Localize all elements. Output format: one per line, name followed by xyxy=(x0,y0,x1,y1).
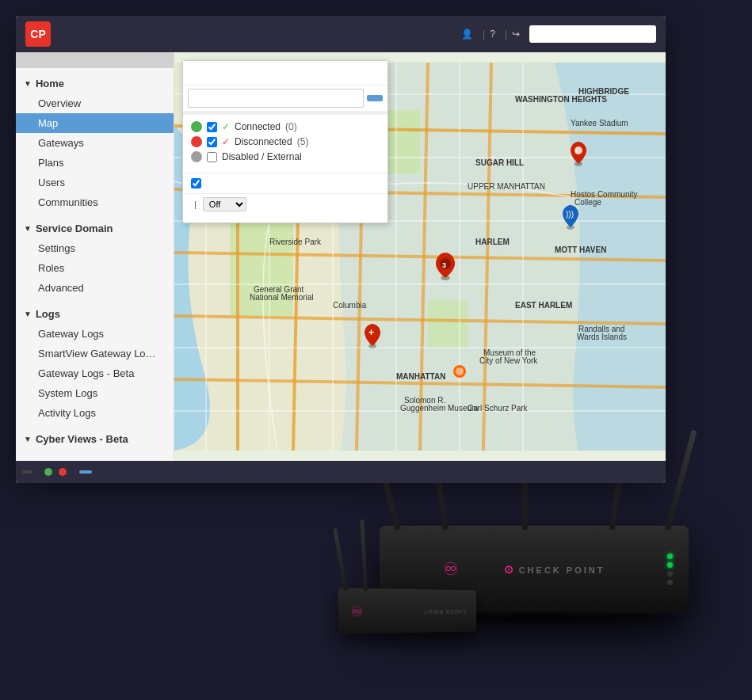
sidebar-item-activity-logs[interactable]: Activity Logs xyxy=(16,403,174,423)
gateways-status xyxy=(41,468,70,476)
sidebar-item-system-logs[interactable]: System Logs xyxy=(16,383,174,403)
logs-arrow-icon: ▼ xyxy=(24,310,32,318)
sidebar-item-gateways[interactable]: Gateways xyxy=(16,133,174,153)
go-button[interactable] xyxy=(367,95,383,101)
gateway-search-row xyxy=(183,86,387,112)
connected-dot xyxy=(191,121,202,132)
autofit-checkbox[interactable] xyxy=(191,178,201,188)
svg-text:+: + xyxy=(368,327,374,338)
sidebar-item-advanced[interactable]: Advanced xyxy=(16,278,174,298)
svg-text:MOTT HAVEN: MOTT HAVEN xyxy=(555,245,606,254)
refresh-row: | Off 1 min 5 min xyxy=(183,193,387,215)
sidebar-group-cyber-views: ▼ Cyber Views - Beta xyxy=(16,426,174,452)
separator1: | xyxy=(483,29,485,40)
sidebar-group-home: ▼ Home Overview Map Gateways Plans Users… xyxy=(16,70,174,215)
svg-text:SUGAR HILL: SUGAR HILL xyxy=(475,158,524,167)
map-background[interactable]: WASHINGTON HEIGHTS HIGHBRIDGE SUGAR HILL… xyxy=(174,52,666,461)
sidebar-group-home-header[interactable]: ▼ Home xyxy=(16,74,174,93)
address-search-input[interactable] xyxy=(183,61,387,85)
address-search-row xyxy=(183,61,387,86)
svg-text:Riverside Park: Riverside Park xyxy=(269,238,322,246)
version-badge xyxy=(22,470,32,474)
secondary-router-sticker: CHECK POINT xyxy=(423,608,466,614)
disconnected-label: Disconnected xyxy=(235,136,292,147)
svg-text:Wards Islands: Wards Islands xyxy=(577,333,627,341)
antenna-5 xyxy=(665,430,697,531)
antenna-secondary-2 xyxy=(360,519,368,591)
help-icon: ? xyxy=(490,29,495,40)
disconnected-dot xyxy=(191,136,202,147)
connected-status-dot xyxy=(44,468,52,476)
svg-point-38 xyxy=(456,367,464,375)
sidebar: ▼ Home Overview Map Gateways Plans Users… xyxy=(16,52,174,461)
connected-count: (0) xyxy=(285,121,297,132)
sidebar-item-users[interactable]: Users xyxy=(16,173,174,192)
sidebar-item-settings[interactable]: Settings xyxy=(16,238,174,258)
svg-text:Yankee Stadium: Yankee Stadium xyxy=(571,119,628,127)
app-header: CP 👤 | ? | ↪ xyxy=(16,16,666,52)
logo-area: CP xyxy=(25,21,55,47)
header-nav: 👤 | ? | ↪ xyxy=(461,25,656,43)
main-layout: ▼ Home Overview Map Gateways Plans Users… xyxy=(16,52,666,461)
sidebar-group-service-domain-header[interactable]: ▼ Service Domain xyxy=(16,219,174,238)
sidebar-item-communities[interactable]: Communities xyxy=(16,192,174,212)
disconnected-check-icon: ✓ xyxy=(222,136,230,147)
home-group-label: Home xyxy=(36,78,64,89)
svg-text:3: 3 xyxy=(442,261,446,269)
svg-text:UPPER MANHATTAN: UPPER MANHATTAN xyxy=(468,182,545,191)
svg-text:National Memorial: National Memorial xyxy=(250,293,314,302)
auto-refresh-select[interactable]: Off 1 min 5 min xyxy=(203,197,246,211)
separator: | xyxy=(194,200,197,209)
separator2: | xyxy=(505,29,507,40)
disconnected-checkbox[interactable] xyxy=(207,137,217,147)
disconnected-status-dot xyxy=(59,468,67,476)
router-led-2 xyxy=(667,562,673,568)
map-panel: ✓ Connected (0) ✓ Disconnected (5) xyxy=(182,60,388,223)
svg-text:College: College xyxy=(574,198,601,207)
logout-icon: ↪ xyxy=(512,29,520,40)
svg-rect-3 xyxy=(428,300,468,348)
status-bar xyxy=(16,461,666,483)
sidebar-item-smartview-gateway-logs[interactable]: SmartView Gateway Lo… xyxy=(16,344,174,363)
filter-section: ✓ Connected (0) ✓ Disconnected (5) xyxy=(183,115,387,173)
svg-text:WASHINGTON HEIGHTS: WASHINGTON HEIGHTS xyxy=(515,95,607,104)
app-window: CP 👤 | ? | ↪ ▼ Home xyxy=(16,16,666,483)
cyber-views-arrow-icon: ▼ xyxy=(24,435,32,443)
sidebar-item-gateway-logs[interactable]: Gateway Logs xyxy=(16,324,174,344)
sidebar-group-logs-header[interactable]: ▼ Logs xyxy=(16,304,174,324)
disabled-checkbox[interactable] xyxy=(207,152,217,162)
sidebar-item-plans[interactable]: Plans xyxy=(16,153,174,173)
header-search-input[interactable] xyxy=(529,25,656,43)
sidebar-item-map[interactable]: Map xyxy=(16,113,174,133)
connected-checkbox[interactable] xyxy=(207,122,217,132)
filter-disabled-row: Disabled / External xyxy=(191,151,380,162)
plans-button[interactable] xyxy=(79,470,92,474)
svg-text:!: ! xyxy=(575,148,578,155)
sidebar-item-roles[interactable]: Roles xyxy=(16,258,174,278)
router-led-3 xyxy=(667,571,673,576)
svg-text:HIGHBRIDGE: HIGHBRIDGE xyxy=(578,87,629,96)
sidebar-item-gateway-logs-beta[interactable]: Gateway Logs - Beta xyxy=(16,363,174,383)
disconnected-count: (5) xyxy=(297,136,309,147)
checkpoint-brand-text: ⊙CHECK POINT xyxy=(504,563,605,576)
connected-label: Connected xyxy=(235,121,281,132)
autofit-row xyxy=(183,173,387,193)
logs-group-label: Logs xyxy=(36,308,60,320)
sidebar-item-overview[interactable]: Overview xyxy=(16,93,174,113)
router-led-1 xyxy=(667,554,673,559)
antenna-secondary-1 xyxy=(333,528,348,592)
content-area: WASHINGTON HEIGHTS HIGHBRIDGE SUGAR HILL… xyxy=(174,52,666,461)
svg-text:Columbia: Columbia xyxy=(333,301,367,310)
map-pin-orange[interactable] xyxy=(453,365,466,378)
router-secondary-body: ♾ CHECK POINT xyxy=(338,588,476,633)
svg-text:City of New York: City of New York xyxy=(479,356,538,365)
filter-connected-row: ✓ Connected (0) xyxy=(191,121,380,132)
router-led-4 xyxy=(667,580,673,585)
disabled-label: Disabled / External xyxy=(222,151,302,162)
sidebar-collapse-button[interactable] xyxy=(16,52,174,68)
pink-logo-mark: ♾ xyxy=(443,559,459,580)
user-icon: 👤 xyxy=(461,29,473,40)
svg-text:Guggenheim Museum: Guggenheim Museum xyxy=(400,404,478,413)
gateway-search-input[interactable] xyxy=(188,89,364,108)
sidebar-group-cyber-views-header[interactable]: ▼ Cyber Views - Beta xyxy=(16,429,174,449)
